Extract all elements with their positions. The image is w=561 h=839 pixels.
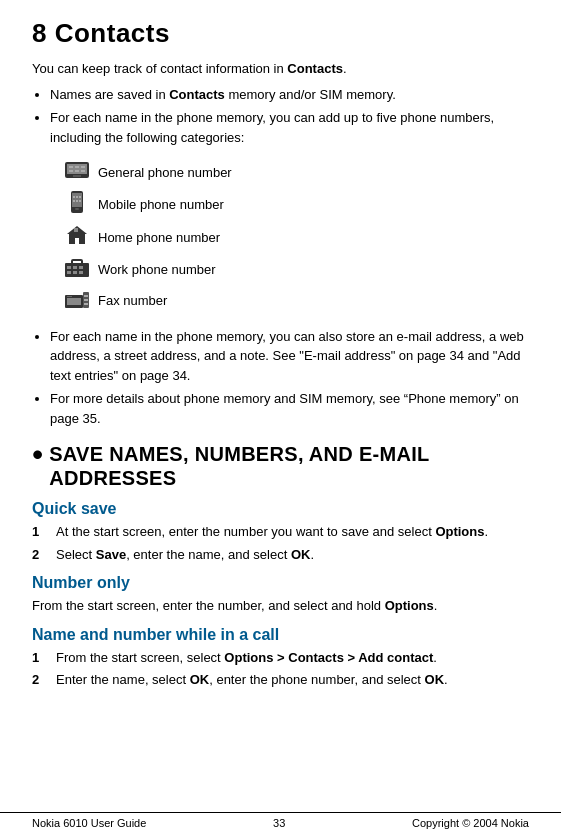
- intro-text: You can keep track of contact informatio…: [32, 61, 287, 76]
- phone-type-row: Fax number: [64, 286, 240, 317]
- page-container: 8 Contacts You can keep track of contact…: [0, 0, 561, 734]
- step-number: 2: [32, 545, 56, 565]
- work-phone-icon-cell: [64, 255, 98, 286]
- options-contacts-bold: Options > Contacts > Add contact: [224, 650, 433, 665]
- bullet-2-text: For each name in the phone memory, you c…: [50, 110, 494, 145]
- svg-rect-34: [67, 296, 72, 297]
- svg-rect-27: [79, 271, 83, 274]
- bullet-1-end: memory and/or SIM memory.: [225, 87, 396, 102]
- chapter-heading: 8 Contacts: [32, 18, 529, 49]
- bullet-3-text: For each name in the phone memory, you c…: [50, 329, 524, 383]
- svg-rect-8: [81, 170, 85, 172]
- footer-left: Nokia 6010 User Guide: [32, 817, 146, 829]
- bullet-item-2: For each name in the phone memory, you c…: [50, 108, 529, 147]
- step-text: Select Save, enter the name, and select …: [56, 545, 529, 565]
- options-bold: Options: [435, 524, 484, 539]
- ok-bold: OK: [190, 672, 210, 687]
- intro-bold: Contacts: [287, 61, 343, 76]
- bullet-list: Names are saved in Contacts memory and/o…: [50, 85, 529, 148]
- mobile-phone-label: Mobile phone number: [98, 188, 240, 221]
- work-phone-label: Work phone number: [98, 255, 240, 286]
- save-bold: Save: [96, 547, 126, 562]
- svg-rect-3: [69, 166, 73, 168]
- svg-rect-26: [73, 271, 77, 274]
- section-title: SAVE NAMES, NUMBERS, AND E-MAIL ADDRESSE…: [49, 442, 529, 490]
- step-text: Enter the name, select OK, enter the pho…: [56, 670, 529, 690]
- svg-rect-29: [67, 298, 81, 305]
- svg-rect-12: [73, 196, 75, 198]
- fax-icon: [64, 289, 90, 309]
- svg-rect-24: [79, 266, 83, 269]
- name-number-step-1: 1 From the start screen, select Options …: [32, 648, 529, 668]
- chapter-title: Contacts: [55, 18, 170, 48]
- subsection-1-title: Quick save: [32, 500, 117, 517]
- step-number: 1: [32, 522, 56, 542]
- home-phone-icon-cell: [64, 221, 98, 254]
- subsection-number-only-heading: Number only: [32, 574, 529, 592]
- svg-rect-22: [67, 266, 71, 269]
- ok-bold: OK: [291, 547, 311, 562]
- svg-rect-13: [76, 196, 78, 198]
- intro-paragraph: You can keep track of contact informatio…: [32, 59, 529, 79]
- home-phone-icon: [65, 224, 89, 246]
- step-number: 1: [32, 648, 56, 668]
- svg-rect-7: [75, 170, 79, 172]
- svg-rect-17: [79, 200, 81, 202]
- svg-rect-6: [69, 170, 73, 172]
- general-phone-icon: [64, 160, 90, 180]
- fax-icon-cell: [64, 286, 98, 317]
- number-only-start: From the start screen, enter the number,…: [32, 598, 385, 613]
- step-text: From the start screen, select Options > …: [56, 648, 529, 668]
- bullet-list-2: For each name in the phone memory, you c…: [50, 327, 529, 429]
- fax-label: Fax number: [98, 286, 240, 317]
- intro-end: .: [343, 61, 347, 76]
- work-phone-icon: [64, 258, 90, 278]
- svg-rect-23: [73, 266, 77, 269]
- chapter-number: 8: [32, 18, 47, 48]
- name-number-steps: 1 From the start screen, select Options …: [32, 648, 529, 690]
- phone-types-table: General phone number: [64, 157, 240, 317]
- number-only-end: .: [434, 598, 438, 613]
- svg-rect-31: [84, 295, 88, 297]
- general-phone-label: General phone number: [98, 157, 240, 188]
- svg-rect-2: [73, 175, 81, 177]
- svg-rect-15: [73, 200, 75, 202]
- page-footer: Nokia 6010 User Guide 33 Copyright © 200…: [0, 812, 561, 829]
- footer-center: 33: [273, 817, 285, 829]
- subsection-name-number-heading: Name and number while in a call: [32, 626, 529, 644]
- section-bullet-heading: • SAVE NAMES, NUMBERS, AND E-MAIL ADDRES…: [32, 442, 529, 490]
- svg-rect-33: [84, 303, 88, 305]
- bullet-item-3: For each name in the phone memory, you c…: [50, 327, 529, 386]
- bullet-1-bold: Contacts: [169, 87, 225, 102]
- section-bullet-dot: •: [32, 438, 43, 470]
- bullet-item-4: For more details about phone memory and …: [50, 389, 529, 428]
- step-number: 2: [32, 670, 56, 690]
- svg-rect-1: [67, 164, 87, 174]
- ok-bold-2: OK: [425, 672, 445, 687]
- quick-save-step-2: 2 Select Save, enter the name, and selec…: [32, 545, 529, 565]
- svg-rect-11: [75, 208, 79, 210]
- home-phone-label: Home phone number: [98, 221, 240, 254]
- svg-rect-14: [79, 196, 81, 198]
- svg-rect-32: [84, 299, 88, 301]
- number-only-text: From the start screen, enter the number,…: [32, 596, 529, 616]
- svg-rect-4: [75, 166, 79, 168]
- subsection-quick-save-heading: Quick save: [32, 500, 529, 518]
- phone-type-row: Work phone number: [64, 255, 240, 286]
- options-bold: Options: [385, 598, 434, 613]
- mobile-phone-icon-cell: [64, 188, 98, 221]
- phone-type-row: Home phone number: [64, 221, 240, 254]
- svg-rect-5: [81, 166, 85, 168]
- svg-rect-19: [74, 228, 78, 232]
- bullet-item-1: Names are saved in Contacts memory and/o…: [50, 85, 529, 105]
- general-phone-icon-cell: [64, 157, 98, 188]
- quick-save-step-1: 1 At the start screen, enter the number …: [32, 522, 529, 542]
- footer-right: Copyright © 2004 Nokia: [412, 817, 529, 829]
- quick-save-steps: 1 At the start screen, enter the number …: [32, 522, 529, 564]
- svg-rect-21: [72, 260, 82, 265]
- bullet-4-text: For more details about phone memory and …: [50, 391, 519, 426]
- svg-rect-25: [67, 271, 71, 274]
- name-number-step-2: 2 Enter the name, select OK, enter the p…: [32, 670, 529, 690]
- mobile-phone-icon: [69, 191, 85, 213]
- phone-type-row: General phone number: [64, 157, 240, 188]
